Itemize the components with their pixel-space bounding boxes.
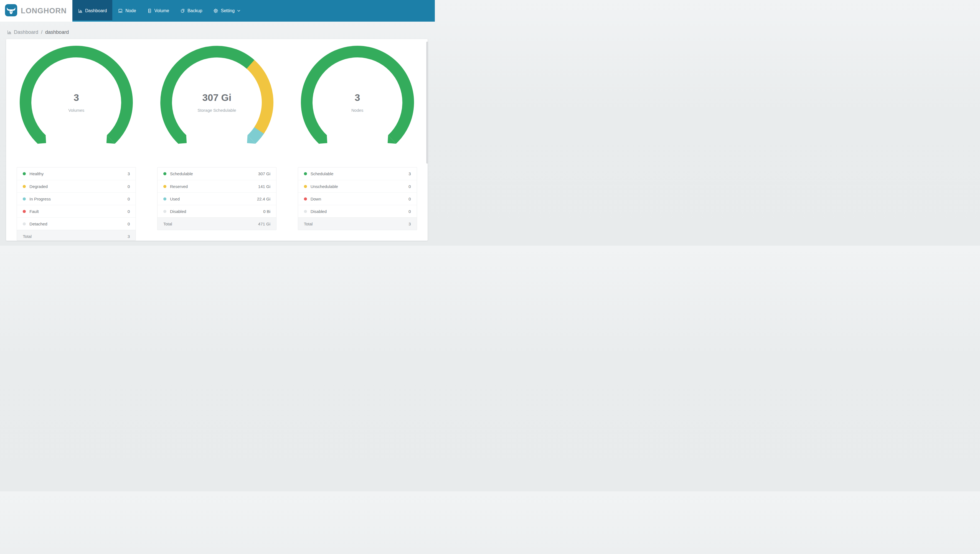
legend-total-value: 3	[127, 234, 130, 239]
breadcrumb-section-link[interactable]: Dashboard	[14, 29, 38, 35]
nav-item-node[interactable]: Node	[112, 0, 142, 22]
legend-label: Used	[170, 197, 257, 201]
legend-table: Schedulable307 GiReserved141 GiUsed22.4 …	[157, 167, 277, 230]
legend-table: Healthy3Degraded0In Progress0Fault0Detac…	[17, 167, 136, 241]
legend-value: 0	[127, 221, 130, 226]
legend-label: Healthy	[29, 171, 127, 176]
legend-label: Degraded	[29, 184, 127, 189]
gauge-segment	[166, 52, 251, 140]
legend-row: Schedulable3	[298, 167, 417, 180]
legend-total-value: 471 Gi	[258, 221, 270, 226]
legend-dot	[304, 210, 307, 213]
node-laptop-icon	[118, 8, 123, 13]
legend-total-label: Total	[304, 221, 409, 226]
legend-row: Detached0	[17, 217, 135, 230]
longhorn-bull-icon	[5, 4, 17, 18]
nav-item-setting[interactable]: Setting	[208, 0, 246, 22]
legend-label: Detached	[29, 221, 127, 226]
breadcrumb-current-page: dashboard	[45, 29, 69, 35]
legend-value: 0	[409, 184, 411, 189]
legend-label: Schedulable	[310, 171, 409, 176]
legend-label: Disabled	[310, 209, 409, 214]
dashboard-bar-chart-icon	[7, 30, 12, 35]
legend-label: Schedulable	[170, 171, 258, 176]
legend-value: 0	[409, 197, 411, 201]
nav-item-dashboard[interactable]: Dashboard	[72, 0, 112, 22]
donut-gauge-chart	[159, 44, 275, 161]
legend-label: Unschedulable	[310, 184, 409, 189]
scrollbar-thumb[interactable]	[426, 41, 428, 164]
legend-value: 3	[409, 171, 411, 176]
legend-value: 3	[127, 171, 130, 176]
legend-total-label: Total	[163, 221, 258, 226]
volume-server-icon	[147, 8, 152, 13]
legend-dot	[163, 197, 166, 201]
legend-label: Reserved	[170, 184, 258, 189]
dashboard-bar-chart-icon	[78, 9, 83, 13]
legend-row: Unschedulable0	[298, 180, 417, 193]
gauge-segment	[250, 64, 267, 131]
top-navbar: LONGHORN Dashboard Node Volume Backup Se…	[0, 0, 435, 22]
breadcrumb-separator: /	[41, 29, 43, 35]
legend-total-label: Total	[23, 234, 127, 239]
legend-dot	[304, 197, 307, 201]
legend-row: Disabled0 Bi	[158, 205, 276, 217]
legend-row: Healthy3	[17, 167, 135, 180]
legend-row: Schedulable307 Gi	[158, 167, 276, 180]
nav-item-volume[interactable]: Volume	[142, 0, 175, 22]
legend-value: 0 Bi	[263, 209, 270, 214]
legend-total-row: Total3	[298, 217, 417, 230]
legend-value: 0	[127, 184, 130, 189]
legend-label: Disabled	[170, 209, 263, 214]
chevron-down-icon	[237, 10, 240, 12]
legend-total-row: Total471 Gi	[158, 217, 276, 230]
gauge-column: 3 Nodes Schedulable3Unschedulable0Down0D…	[287, 39, 428, 241]
main-nav: Dashboard Node Volume Backup Setting	[72, 0, 435, 22]
legend-total-value: 3	[409, 221, 411, 226]
legend-value: 307 Gi	[258, 171, 270, 176]
legend-row: Fault0	[17, 205, 135, 217]
gauge-column: 3 Volumes Healthy3Degraded0In Progress0F…	[6, 39, 147, 241]
legend-dot	[304, 185, 307, 188]
legend-value: 0	[127, 209, 130, 214]
legend-dot	[163, 210, 166, 213]
legend-row: Down0	[298, 193, 417, 205]
legend-dot	[23, 185, 26, 188]
gauge-column: 307 Gi Storage Schedulable Schedulable30…	[147, 39, 287, 241]
legend-row: In Progress0	[17, 193, 135, 205]
legend-dot	[23, 210, 26, 213]
legend-dot	[23, 197, 26, 201]
legend-value: 22.4 Gi	[257, 197, 270, 201]
dashboard-card: 3 Volumes Healthy3Degraded0In Progress0F…	[6, 39, 428, 241]
gauge-segment	[251, 131, 259, 139]
legend-table: Schedulable3Unschedulable0Down0Disabled0…	[298, 167, 417, 230]
legend-label: Down	[310, 197, 409, 201]
legend-row: Used22.4 Gi	[158, 193, 276, 205]
legend-value: 0	[409, 209, 411, 214]
legend-dot	[163, 185, 166, 188]
legend-value: 141 Gi	[258, 184, 270, 189]
logo[interactable]: LONGHORN	[0, 0, 72, 22]
gauge-segment	[25, 52, 127, 140]
donut-gauge-chart	[18, 44, 135, 161]
legend-label: In Progress	[29, 197, 127, 201]
legend-dot	[23, 222, 26, 225]
legend-dot	[304, 172, 307, 175]
legend-value: 0	[127, 197, 130, 201]
legend-dot	[23, 172, 26, 175]
nav-item-backup[interactable]: Backup	[175, 0, 208, 22]
legend-row: Degraded0	[17, 180, 135, 193]
legend-label: Fault	[29, 209, 127, 214]
brand-name: LONGHORN	[21, 6, 67, 15]
breadcrumb: Dashboard / dashboard	[0, 22, 435, 37]
legend-total-row: Total3	[17, 230, 135, 241]
donut-gauge-chart	[299, 44, 416, 161]
legend-row: Reserved141 Gi	[158, 180, 276, 193]
legend-dot	[163, 172, 166, 175]
backup-copy-icon	[180, 8, 185, 13]
legend-row: Disabled0	[298, 205, 417, 217]
gauge-segment	[307, 52, 408, 140]
setting-gear-icon	[213, 8, 218, 13]
